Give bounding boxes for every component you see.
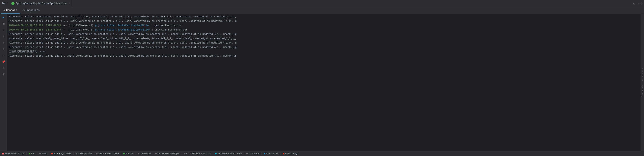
- log-line: Hibernate: select userroles0_.user_id as…: [7, 15, 640, 19]
- gifox-dot: [2, 153, 4, 155]
- findbugs-label: FindBugs-IDEA: [54, 152, 72, 155]
- sidebar-print-icon[interactable]: ⎙: [1, 65, 6, 71]
- statistic-dot: [264, 153, 265, 155]
- right-word-book-panel: Word Book leetcode: [640, 14, 644, 151]
- separator: [49, 152, 49, 155]
- tab-endpoints[interactable]: ⬡ Endpoints: [20, 7, 42, 14]
- separator: [244, 152, 244, 155]
- separator: [280, 152, 281, 155]
- app-icon: [11, 2, 14, 5]
- sidebar-scroll-up-icon[interactable]: ↑: [1, 40, 6, 46]
- close-window-icon[interactable]: □: [641, 2, 642, 5]
- version-control-label: 9: Version Control: [186, 152, 211, 155]
- log-line-chinese: 当前访问该接口的用户为: root: [7, 50, 640, 54]
- bottom-db-changes[interactable]: Database Changes: [154, 152, 181, 156]
- gifox-badge: Made with Gifox: [1, 152, 26, 156]
- log-line-info: 2020-04-30 18:10:52.329 INFO 42245 --- […: [7, 23, 640, 28]
- checkstyle-dot: [76, 153, 77, 155]
- db-changes-label: Database Changes: [158, 152, 180, 155]
- endpoints-tab-label: Endpoints: [26, 9, 40, 12]
- gifox-label: Made with Gifox: [5, 153, 24, 155]
- bottom-bar: Made with Gifox Run TODO FindBugs-IDEA C…: [0, 151, 644, 156]
- separator: [136, 152, 136, 155]
- sidebar-run-icon[interactable]: ▶: [1, 15, 6, 20]
- sidebar-scroll-down-icon[interactable]: ↓: [1, 34, 6, 39]
- checkstyle-label: CheckStyle: [78, 152, 92, 155]
- minimize-icon[interactable]: —: [638, 2, 640, 5]
- separator: [213, 152, 213, 155]
- alibaba-label: Alibaba Cloud View: [218, 152, 242, 155]
- sidebar-rerun-icon[interactable]: ↻: [1, 27, 6, 33]
- separator: [262, 152, 262, 155]
- main-layout: ▶ ⏹ ↻ ↓ ↑ ⚙ ⌕ 📌 ⎙ 🗑 Hibernate: select us…: [0, 14, 644, 151]
- log-line: Hibernate: select user0_.id as id1_1_, u…: [7, 54, 640, 58]
- todo-dot: [39, 153, 41, 155]
- endpoints-icon: ⬡: [22, 9, 24, 12]
- java-enterprise-dot: [96, 153, 98, 155]
- separator: [37, 152, 37, 155]
- log-line: Hibernate: select user0_.id as id1_1_, u…: [7, 45, 640, 50]
- run-label: Run:: [2, 2, 8, 5]
- leetcode-label: leetcode: [641, 85, 644, 97]
- log-line: Hibernate: select userroles0_.user_id as…: [7, 36, 640, 41]
- content-area: Hibernate: select userroles0_.user_id as…: [7, 14, 640, 151]
- settings-icon[interactable]: ⚙: [633, 1, 635, 5]
- bottom-version-control[interactable]: 9: Version Control: [183, 152, 212, 156]
- sidebar-trash-icon[interactable]: 🗑: [1, 72, 6, 77]
- version-control-dot: [184, 153, 186, 155]
- console-tab-label: Console: [6, 9, 17, 12]
- top-bar: Run: SpringSecurityJwtGuideApplication ×…: [0, 0, 644, 7]
- run-label-bottom: Run: [31, 152, 35, 155]
- log-line: Hibernate: select user0_.id as id1_1_0_,…: [7, 19, 640, 23]
- bottom-findbugs[interactable]: FindBugs-IDEA: [50, 152, 73, 156]
- console-icon: ▤: [4, 9, 5, 12]
- panel-tab-bar: ▤ Console ⬡ Endpoints: [0, 7, 644, 14]
- sidebar-settings-icon[interactable]: ⚙: [1, 46, 6, 52]
- findbugs-dot: [51, 153, 53, 155]
- spring-dot: [123, 153, 125, 155]
- sidebar-stop-icon[interactable]: ⏹: [1, 21, 6, 26]
- run-dot: [28, 153, 30, 155]
- left-sidebar: ▶ ⏹ ↻ ↓ ↑ ⚙ ⌕ 📌 ⎙ 🗑: [0, 14, 7, 151]
- tab-console[interactable]: ▤ Console: [1, 7, 20, 14]
- bottom-terminal[interactable]: Terminal: [136, 152, 152, 156]
- console-output[interactable]: Hibernate: select userroles0_.user_id as…: [7, 14, 640, 151]
- spring-label: Spring: [126, 152, 134, 155]
- event-log-label: Event Log: [285, 152, 298, 155]
- todo-label: TODO: [42, 152, 47, 155]
- tab-close-button[interactable]: ×: [68, 2, 70, 5]
- log-line-info: 2020-04-30 18:10:52.353 INFO 42245 --- […: [7, 28, 640, 32]
- bottom-run[interactable]: Run: [28, 152, 36, 156]
- bottom-todo[interactable]: TODO: [38, 152, 48, 156]
- bottom-statistic[interactable]: Statistic: [262, 152, 280, 156]
- bottom-alibaba[interactable]: Alibaba Cloud View: [214, 152, 243, 156]
- word-book-label: Word Book: [641, 68, 644, 81]
- bottom-event-log[interactable]: Event Log: [282, 152, 298, 156]
- sidebar-pin-icon[interactable]: 📌: [1, 59, 6, 65]
- app-tab[interactable]: SpringSecurityJwtGuideApplication ×: [9, 0, 72, 7]
- log-line: Hibernate: select user0_.id as id1_1_, u…: [7, 32, 640, 36]
- sidebar-search-icon[interactable]: ⌕: [1, 53, 6, 58]
- bottom-spring[interactable]: Spring: [122, 152, 135, 156]
- statistic-label: Statistic: [266, 152, 278, 155]
- separator: [74, 152, 74, 155]
- separator: [153, 152, 153, 155]
- separator: [94, 152, 94, 155]
- bottom-java-enterprise[interactable]: Java Enterprise: [95, 152, 120, 156]
- alibaba-dot: [215, 153, 216, 155]
- luacheck-dot: [246, 153, 248, 155]
- bottom-checkstyle[interactable]: CheckStyle: [74, 152, 93, 156]
- terminal-dot: [138, 153, 139, 155]
- db-changes-dot: [155, 153, 157, 155]
- terminal-label: Terminal: [140, 152, 151, 155]
- event-log-dot: [283, 153, 284, 155]
- bottom-luacheck[interactable]: LuaCheck: [245, 152, 261, 156]
- luacheck-label: LuaCheck: [248, 152, 260, 155]
- app-name: SpringSecurityJwtGuideApplication: [16, 2, 66, 5]
- log-line: Hibernate: select user0_.id as id1_1_0_,…: [7, 41, 640, 45]
- java-enterprise-label: Java Enterprise: [98, 152, 119, 155]
